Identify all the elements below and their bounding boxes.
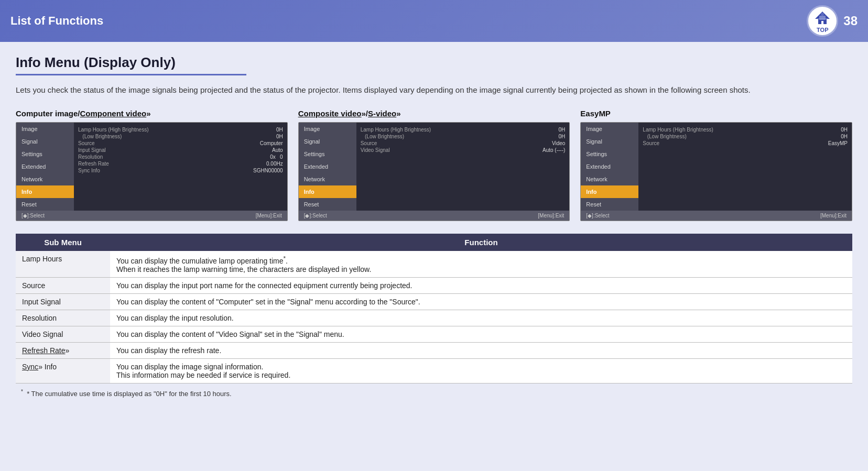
menu-item-reset-1[interactable]: Reset [16, 198, 74, 211]
table-row: Input Signal You can display the content… [16, 293, 852, 310]
screenshot-col-1: Computer image/Component video» Image Si… [16, 109, 288, 221]
screenshot-col-2: Composite video»/S-video» Image Signal S… [298, 109, 570, 221]
header-title: List of Functions [10, 14, 103, 28]
function-input-signal: You can display the content of "Computer… [110, 293, 852, 310]
menu-body-1: Image Signal Settings Extended Network I… [16, 123, 287, 211]
footer-select-1: [◆]:Select [21, 213, 45, 218]
menu-item-network-2[interactable]: Network [299, 173, 356, 185]
menu-item-image-1[interactable]: Image [16, 123, 74, 135]
menu-screenshot-3: Image Signal Settings Extended Network I… [580, 122, 852, 221]
heading-underline [16, 74, 246, 75]
table-row: Refresh Rate» You can display the refres… [16, 342, 852, 358]
submenu-refresh-rate: Refresh Rate» [16, 342, 110, 358]
menu-item-reset-3[interactable]: Reset [581, 198, 638, 211]
menu-item-image-2[interactable]: Image [299, 123, 356, 135]
submenu-source: Source [16, 277, 110, 293]
footer-select-2: [◆]:Select [304, 213, 327, 218]
submenu-resolution: Resolution [16, 310, 110, 326]
table-row: Resolution You can display the input res… [16, 310, 852, 326]
submenu-input-signal: Input Signal [16, 293, 110, 310]
table-body: Lamp Hours You can display the cumulativ… [16, 251, 852, 383]
intro-text: Lets you check the status of the image s… [16, 84, 852, 96]
menu-item-settings-1[interactable]: Settings [16, 148, 74, 160]
menu-screenshot-1: Image Signal Settings Extended Network I… [16, 122, 288, 221]
menu-content-2: Lamp Hours (High Brightness)0H (Low Brig… [356, 123, 570, 211]
menu-footer-1: [◆]:Select [Menu]:Exit [16, 211, 287, 221]
menu-sidebar-2: Image Signal Settings Extended Network I… [299, 123, 356, 211]
footer-exit-2: [Menu]:Exit [538, 213, 564, 218]
menu-body-2: Image Signal Settings Extended Network I… [299, 123, 570, 211]
screenshot-col-3: EasyMP Image Signal Settings Extended Ne… [580, 109, 852, 221]
menu-item-settings-3[interactable]: Settings [581, 148, 638, 160]
col-header-function: Function [110, 234, 852, 251]
menu-item-extended-3[interactable]: Extended [581, 160, 638, 173]
screenshots-row: Computer image/Component video» Image Si… [16, 109, 852, 221]
function-sync-info: You can display the image signal informa… [110, 358, 852, 383]
table-row: Video Signal You can display the content… [16, 326, 852, 342]
menu-item-signal-3[interactable]: Signal [581, 135, 638, 148]
menu-footer-3: [◆]:Select [Menu]:Exit [581, 211, 852, 221]
menu-item-extended-1[interactable]: Extended [16, 160, 74, 173]
svg-rect-1 [819, 16, 826, 20]
submenu-lamp-hours: Lamp Hours [16, 251, 110, 277]
function-table: Sub Menu Function Lamp Hours You can dis… [16, 234, 852, 384]
menu-content-1: Lamp Hours (High Brightness)0H (Low Brig… [74, 123, 287, 211]
table-row: Source You can display the input port na… [16, 277, 852, 293]
menu-item-signal-1[interactable]: Signal [16, 135, 74, 148]
menu-item-info-2[interactable]: Info [299, 185, 356, 198]
top-icon-label: TOP [817, 27, 828, 33]
page-number: 38 [843, 14, 858, 28]
screenshot-title-3: EasyMP [580, 109, 852, 118]
menu-item-network-1[interactable]: Network [16, 173, 74, 185]
footer-exit-1: [Menu]:Exit [256, 213, 282, 218]
function-video-signal: You can display the content of "Video Si… [110, 326, 852, 342]
footnote: * * The cumulative use time is displayed… [16, 389, 852, 398]
menu-item-signal-2[interactable]: Signal [299, 135, 356, 148]
table-row: Sync» Info You can display the image sig… [16, 358, 852, 383]
main-content: Info Menu (Display Only) Lets you check … [0, 42, 868, 410]
menu-content-3: Lamp Hours (High Brightness)0H (Low Brig… [638, 123, 852, 211]
menu-sidebar-1: Image Signal Settings Extended Network I… [16, 123, 74, 211]
function-lamp-hours: You can display the cumulative lamp oper… [110, 251, 852, 277]
screenshot-title-2: Composite video»/S-video» [298, 109, 570, 118]
function-resolution: You can display the input resolution. [110, 310, 852, 326]
menu-item-info-1[interactable]: Info [16, 185, 74, 198]
menu-item-settings-2[interactable]: Settings [299, 148, 356, 160]
menu-item-extended-2[interactable]: Extended [299, 160, 356, 173]
menu-item-image-3[interactable]: Image [581, 123, 638, 135]
table-header: Sub Menu Function [16, 234, 852, 251]
menu-footer-2: [◆]:Select [Menu]:Exit [299, 211, 570, 221]
menu-body-3: Image Signal Settings Extended Network I… [581, 123, 852, 211]
menu-item-reset-2[interactable]: Reset [299, 198, 356, 211]
home-icon [814, 9, 831, 26]
footer-exit-3: [Menu]:Exit [820, 213, 847, 218]
menu-item-network-3[interactable]: Network [581, 173, 638, 185]
menu-item-info-3[interactable]: Info [581, 185, 638, 198]
screenshot-title-1: Computer image/Component video» [16, 109, 288, 118]
function-refresh-rate: You can display the refresh rate. [110, 342, 852, 358]
top-icon[interactable]: TOP [807, 5, 838, 37]
submenu-sync-info: Sync» Info [16, 358, 110, 383]
header: List of Functions TOP 38 [0, 0, 868, 42]
col-header-submenu: Sub Menu [16, 234, 110, 251]
footer-select-3: [◆]:Select [586, 213, 609, 218]
submenu-video-signal: Video Signal [16, 326, 110, 342]
svg-point-2 [821, 13, 824, 16]
header-right: TOP 38 [807, 5, 858, 37]
page-heading: Info Menu (Display Only) [16, 54, 852, 71]
menu-screenshot-2: Image Signal Settings Extended Network I… [298, 122, 570, 221]
menu-sidebar-3: Image Signal Settings Extended Network I… [581, 123, 638, 211]
function-source: You can display the input port name for … [110, 277, 852, 293]
table-row: Lamp Hours You can display the cumulativ… [16, 251, 852, 277]
